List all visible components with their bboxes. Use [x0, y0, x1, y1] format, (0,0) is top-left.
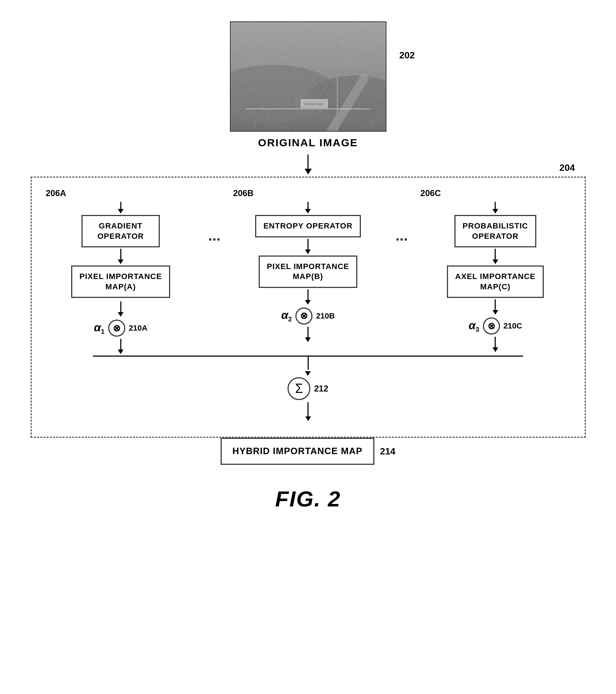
original-image: Rotherham [230, 21, 386, 132]
system-box: 206A GRADIENTOPERATOR PIXEL IMPORTAN [31, 177, 586, 438]
alpha1-label: α1 [94, 321, 105, 336]
col-b-ref: 206B [233, 188, 253, 198]
weight-c-ref: 210C [504, 321, 522, 331]
summation-circle: Σ [288, 377, 310, 400]
arrow-into-sum [305, 371, 311, 376]
line-a-to-sum [93, 356, 313, 357]
column-a: 206A GRADIENTOPERATOR PIXEL IMPORTAN [46, 188, 196, 356]
arrow-to-gradient [118, 202, 123, 214]
col-c-ref: 206C [420, 188, 441, 198]
line-b-to-sum [307, 356, 309, 370]
entropy-operator-box: ENTROPY OPERATOR [255, 215, 361, 237]
alpha3-label: α3 [469, 319, 479, 333]
hybrid-map-ref: 214 [380, 446, 395, 457]
summation-section: Σ 212 [46, 356, 570, 422]
dots-bc: ··· [383, 231, 420, 248]
gradient-operator-box: GRADIENTOPERATOR [81, 215, 160, 247]
multiply-circle-b: ⊗ [295, 307, 312, 325]
gradient-operator-label: GRADIENTOPERATOR [98, 221, 144, 241]
weight-a-ref: 210A [129, 324, 148, 333]
arrow-grad-to-map [118, 249, 123, 264]
columns-row: 206A GRADIENTOPERATOR PIXEL IMPORTAN [46, 188, 570, 356]
sum-ref-label: 212 [314, 384, 328, 394]
original-image-label: ORIGINAL IMAGE [258, 137, 358, 149]
arrow-mapb-to-weight [305, 289, 311, 305]
dots-ab: ··· [196, 231, 233, 248]
hybrid-map-container: HYBRID IMPORTANCE MAP 214 [221, 438, 395, 465]
pixel-map-b-box: PIXEL IMPORTANCEMAP(B) [259, 256, 358, 288]
figure-label: FIG. 2 [275, 486, 341, 511]
probabilistic-operator-label: PROBABILISTICOPERATOR [463, 221, 528, 241]
column-c: 206C PROBABILISTICOPERATOR AXEL IMPORTAN… [420, 188, 570, 353]
hybrid-map-box: HYBRID IMPORTANCE MAP [221, 438, 374, 465]
arrow-entropy-to-map [305, 239, 311, 254]
axel-map-c-label: AXEL IMPORTANCEMAP(C) [455, 272, 536, 291]
arrow-to-probabilistic [493, 202, 498, 214]
arrow-weighta-down [118, 339, 123, 354]
entropy-operator-label: ENTROPY OPERATOR [263, 221, 353, 230]
pixel-map-a-label: PIXEL IMPORTANCEMAP(A) [79, 272, 162, 291]
system-ref-label: 204 [559, 162, 575, 173]
sum-circle-container: Σ 212 [288, 370, 328, 400]
axel-map-c-box: AXEL IMPORTANCEMAP(C) [447, 265, 544, 298]
sum-connector-row [46, 356, 570, 370]
system-container: 204 206A GRADIENTOPERATOR [31, 177, 586, 438]
original-image-section: Rotherham 202 ORIGINAL IMAGE [230, 21, 386, 149]
arrow-to-entropy [305, 202, 311, 214]
line-c-to-sum [303, 356, 523, 357]
arrow-mapc-to-weight [493, 299, 498, 315]
multiply-circle-a: ⊗ [108, 320, 125, 337]
arrow-prob-to-map [493, 249, 498, 264]
arrow-weightb-down [305, 327, 311, 342]
page-container: Rotherham 202 ORIGINAL IMAGE 204 206A [31, 21, 586, 511]
probabilistic-operator-box: PROBABILISTICOPERATOR [454, 215, 536, 247]
weight-b-ref: 210B [316, 311, 335, 321]
arrow-weightc-down [493, 337, 498, 352]
multiply-circle-c: ⊗ [483, 317, 500, 335]
arrow-to-system [305, 154, 312, 174]
col-a-ref: 206A [46, 188, 66, 198]
svg-rect-8 [231, 22, 386, 132]
column-b: 206B ENTROPY OPERATOR PIXEL IMPORTANCEMA… [233, 188, 383, 343]
image-ref-label: 202 [399, 50, 415, 61]
pixel-map-b-label: PIXEL IMPORTANCEMAP(B) [267, 262, 349, 281]
pixel-map-a-box: PIXEL IMPORTANCEMAP(A) [71, 265, 170, 298]
hybrid-map-label: HYBRID IMPORTANCE MAP [232, 446, 363, 456]
arrow-sum-to-hybrid [305, 402, 311, 421]
alpha2-label: α2 [281, 309, 292, 323]
arrow-mapa-to-weight [118, 301, 123, 317]
